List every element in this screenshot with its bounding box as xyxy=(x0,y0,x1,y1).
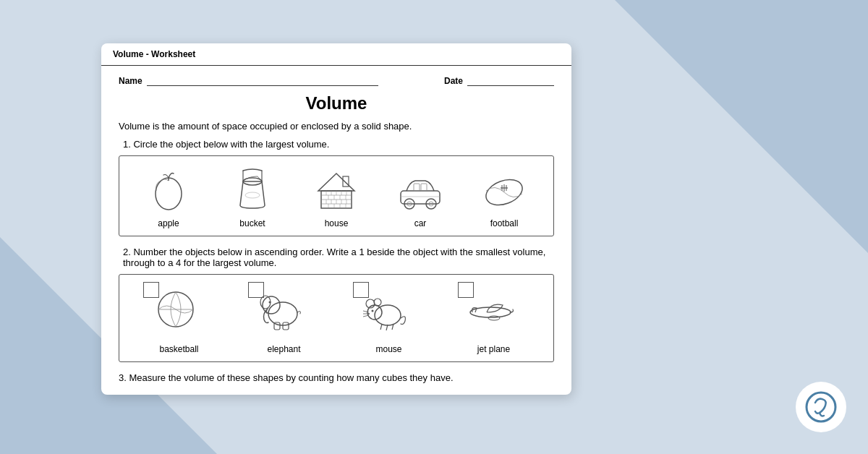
worksheet-title-header: Volume - Worksheet xyxy=(113,49,195,59)
elephant-label: elephant xyxy=(267,344,300,354)
elephant-wrapper xyxy=(248,282,320,340)
apple-label: apple xyxy=(158,218,179,228)
name-label: Name xyxy=(119,76,142,86)
svg-rect-50 xyxy=(283,322,289,330)
house-label: house xyxy=(325,218,349,228)
q2-text: 2. Number the objects below in ascending… xyxy=(123,247,554,268)
basketball-checkbox xyxy=(143,282,159,298)
q1-objects-box: apple bucket xyxy=(119,155,554,236)
football-icon xyxy=(479,163,529,214)
car-label: car xyxy=(414,218,427,228)
name-line: Name xyxy=(119,74,378,86)
svg-point-1 xyxy=(156,178,182,210)
mouse-checkbox xyxy=(353,282,369,298)
svg-line-61 xyxy=(380,324,382,330)
mouse-label: mouse xyxy=(375,344,401,354)
object-house: house xyxy=(307,163,365,228)
name-underline xyxy=(147,74,378,86)
svg-point-52 xyxy=(375,305,401,325)
q3-text: 3. Measure the volume of these shapes by… xyxy=(119,372,554,383)
worksheet-body: Name Date Volume Volume is the amount of… xyxy=(101,66,571,395)
svg-point-6 xyxy=(245,192,260,198)
car-icon xyxy=(395,163,446,214)
svg-rect-31 xyxy=(401,191,440,204)
q2-jet-plane: jet plane xyxy=(458,282,530,354)
mouse-wrapper xyxy=(353,282,425,340)
q2-basketball: basketball xyxy=(143,282,216,354)
q2-mouse: mouse xyxy=(353,282,425,354)
svg-point-51 xyxy=(268,301,271,304)
svg-rect-37 xyxy=(421,184,427,191)
basketball-label: basketball xyxy=(159,344,198,354)
basketball-wrapper xyxy=(143,282,216,340)
q2-objects-row: basketball xyxy=(127,282,546,354)
q2-objects-box: basketball xyxy=(119,274,554,362)
bg-decoration-top-right xyxy=(615,0,868,253)
object-bucket: bucket xyxy=(224,163,281,228)
jet-plane-checkbox xyxy=(458,282,474,298)
house-icon xyxy=(311,163,362,214)
q1-objects-row: apple bucket xyxy=(127,163,546,228)
svg-point-55 xyxy=(374,299,381,306)
name-date-row: Name Date xyxy=(119,74,554,86)
object-football: football xyxy=(475,163,533,228)
jet-plane-label: jet plane xyxy=(477,344,510,354)
worksheet: Volume - Worksheet Name Date Volume Volu… xyxy=(101,43,571,395)
date-label: Date xyxy=(444,76,463,86)
football-label: football xyxy=(490,218,519,228)
logo-circle xyxy=(796,382,846,432)
worksheet-header: Volume - Worksheet xyxy=(101,43,571,66)
q1-text: 1. Circle the object below with the larg… xyxy=(123,139,554,150)
main-title: Volume xyxy=(119,93,554,113)
svg-point-56 xyxy=(371,310,373,312)
svg-point-65 xyxy=(488,316,500,320)
date-underline xyxy=(467,74,554,86)
bucket-icon xyxy=(227,163,278,214)
svg-point-0 xyxy=(807,393,835,421)
date-line: Date xyxy=(444,74,554,86)
q2-elephant: elephant xyxy=(248,282,320,354)
definition-text: Volume is the amount of space occupied o… xyxy=(119,121,554,132)
object-car: car xyxy=(391,163,449,228)
object-apple: apple xyxy=(140,163,197,228)
jet-plane-wrapper xyxy=(458,282,530,340)
apple-icon xyxy=(143,163,194,214)
bucket-label: bucket xyxy=(239,218,265,228)
svg-rect-36 xyxy=(414,184,420,191)
elephant-checkbox xyxy=(248,282,264,298)
